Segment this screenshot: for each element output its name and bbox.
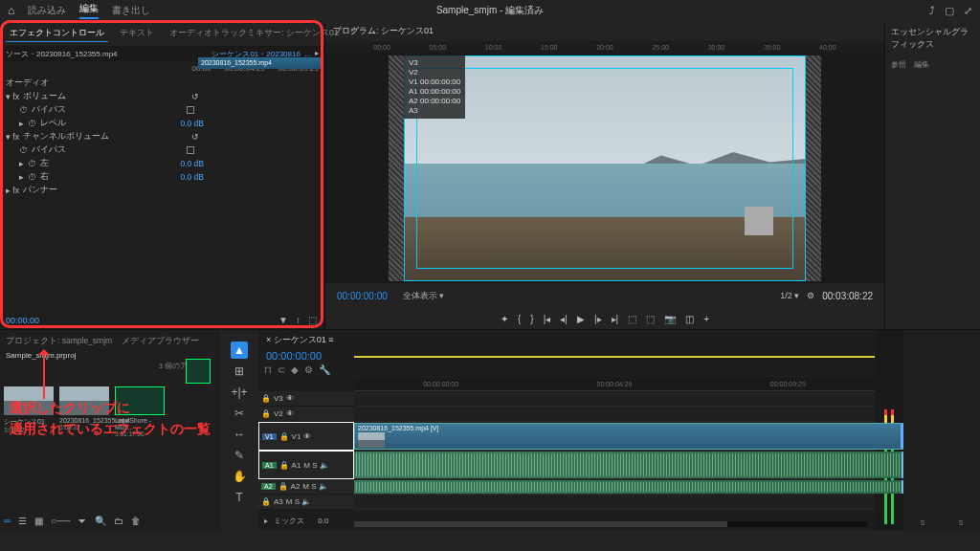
hand-tool-icon[interactable]: ✋ [231, 468, 248, 485]
type-tool-icon[interactable]: T [231, 489, 248, 506]
effect-channel-volume[interactable]: ▾ fx チャンネルボリューム↺ [0, 130, 324, 143]
go-in-icon[interactable]: |◂ [544, 314, 551, 324]
step-fwd-icon[interactable]: |▸ [594, 314, 602, 324]
step-back-icon[interactable]: ◂| [560, 314, 568, 324]
list-view-icon[interactable]: ☰ [18, 516, 27, 526]
sequence-strip[interactable]: 20230816_152355.mp4 [198, 57, 321, 69]
effect-panel-timecode[interactable]: 00:00:00 [6, 316, 39, 325]
workspace-icon[interactable]: ▢ [945, 5, 954, 17]
fullscreen-icon[interactable]: ⤢ [964, 5, 972, 17]
go-out-icon[interactable]: ▸| [612, 314, 619, 324]
tab-program-monitor[interactable]: プログラム: シーケンス01 [333, 26, 434, 35]
lift-icon[interactable]: ⬚ [628, 314, 636, 324]
track-head-v2[interactable]: 🔒 V2 👁 [258, 407, 354, 422]
snap-icon[interactable]: ⊓ [264, 364, 272, 375]
timeline-playhead-tc[interactable]: 00:00:00:00 [266, 350, 322, 362]
freeform-icon[interactable]: ▦ [34, 516, 43, 526]
trash-icon[interactable]: 🗑 [131, 516, 141, 526]
tab-audio-mixer[interactable]: オーディオトラックミキサー: シーケンス01 [166, 25, 343, 42]
filter-icon[interactable]: ▼ [278, 315, 288, 325]
linked-sel-icon[interactable]: ⊂ [278, 364, 285, 375]
tab-project[interactable]: プロジェクト: sample_smjm [6, 336, 112, 345]
track-head-a1[interactable]: A1 🔒 A1 M S 🔈 [258, 451, 354, 479]
razor-tool-icon[interactable]: ✂ [231, 405, 248, 422]
export-frame-icon[interactable]: 📷 [664, 314, 676, 324]
mark-in-icon[interactable]: { [518, 314, 521, 324]
video-clip[interactable]: 20230816_152355.mp4 [V] [354, 423, 909, 450]
export-icon[interactable]: ⬚ [308, 315, 317, 325]
workspace-export[interactable]: 書き出し [112, 4, 150, 17]
lane-v2[interactable] [354, 407, 875, 422]
tab-effect-controls[interactable]: エフェクトコントロール [6, 25, 108, 42]
selection-tool-icon[interactable]: ▲ [231, 342, 248, 359]
solo-right[interactable]: S [959, 519, 964, 526]
sort-icon[interactable]: ↕ [296, 315, 301, 325]
mix-label: ミックス [274, 516, 304, 526]
tab-essential-graphics[interactable]: エッセンシャルグラフィックス [885, 21, 980, 55]
subtab-edit[interactable]: 編集 [914, 59, 929, 70]
lane-a1[interactable] [354, 451, 875, 479]
subtab-browse[interactable]: 参照 [891, 59, 906, 70]
comparison-icon[interactable]: ◫ [685, 314, 694, 324]
project-filename: Sample_smjm.prproj [4, 349, 216, 362]
settings-icon[interactable]: ⚙ [304, 364, 313, 375]
audio-clip-a1[interactable] [354, 452, 909, 478]
pen-tool-icon[interactable]: ✎ [231, 447, 248, 464]
work-area-bar[interactable] [354, 356, 875, 358]
new-bin-icon[interactable]: 🗀 [114, 516, 123, 526]
timeline-ruler[interactable]: 00:00:00:0000:00:04:2900:00:09:29 [354, 378, 875, 391]
extract-icon[interactable]: ⬚ [646, 314, 655, 324]
track-head-v3[interactable]: 🔒 V3 👁 [258, 391, 354, 407]
sort-icon[interactable]: ⏷ [78, 516, 87, 526]
play-icon[interactable]: ▶ [577, 314, 585, 324]
mark-out-icon[interactable]: } [530, 314, 533, 324]
panel-menu-icon[interactable]: » [350, 25, 355, 42]
slip-tool-icon[interactable]: ↔ [231, 426, 248, 443]
effect-volume[interactable]: ▾ fx ボリューム↺ [0, 90, 324, 103]
lane-v3[interactable] [354, 391, 875, 407]
volume-bypass[interactable]: ⏱バイパス [0, 103, 324, 117]
audio-dropzone-icon[interactable] [186, 359, 211, 384]
track-head-a3[interactable]: 🔒 A3 M S 🔈 [258, 495, 354, 510]
audio-panel: S S [903, 330, 980, 530]
resolution-dropdown[interactable]: 1/2 ▾ [780, 291, 799, 300]
zoom-fit-dropdown[interactable]: 全体表示 ▾ [403, 290, 445, 302]
chanvol-bypass[interactable]: ⏱バイパス [0, 143, 324, 157]
program-ruler[interactable]: 00:0005:0010:0015:0020:0025:0030:0035:00… [325, 41, 884, 53]
annotation-arrow [43, 351, 45, 399]
program-monitor-canvas[interactable]: V3V2V1 00:00:00:00A1 00:00:00:00A2 00:00… [404, 55, 806, 281]
share-icon[interactable]: ⤴ [929, 5, 935, 17]
new-item-icon[interactable]: ═ [4, 516, 11, 526]
search-icon[interactable]: 🔍 [95, 516, 106, 526]
settings-icon[interactable]: ⚙ [807, 291, 814, 300]
audio-clip-a2[interactable] [354, 480, 909, 494]
tab-text[interactable]: テキスト [116, 25, 158, 42]
solo-left[interactable]: S [921, 519, 925, 526]
workspace-import[interactable]: 読み込み [28, 4, 66, 17]
home-icon[interactable]: ⌂ [8, 4, 14, 17]
volume-level[interactable]: ▸ ⏱レベル0.0 dB [0, 117, 324, 130]
timeline-scrollbar[interactable] [354, 521, 867, 527]
ripple-tool-icon[interactable]: +|+ [231, 384, 248, 401]
chanvol-left[interactable]: ▸ ⏱左0.0 dB [0, 157, 324, 170]
track-select-tool-icon[interactable]: ⊞ [231, 363, 248, 380]
lane-v1[interactable]: 20230816_152355.mp4 [V] [354, 422, 875, 451]
mix-value[interactable]: 0.0 [318, 517, 328, 525]
workspace-edit[interactable]: 編集 [79, 2, 99, 19]
chanvol-right[interactable]: ▸ ⏱右0.0 dB [0, 170, 324, 184]
marker-icon[interactable]: ◆ [291, 364, 299, 375]
track-head-v1[interactable]: V1 🔒 V1 👁 [258, 422, 354, 451]
track-head-a2[interactable]: A2 🔒 A2 M S 🔈 [258, 479, 354, 495]
tab-media-browser[interactable]: メディアブラウザー [122, 336, 199, 345]
lane-a3[interactable] [354, 495, 875, 510]
zoom-slider[interactable]: ○── [51, 516, 70, 526]
source-clip-name: ソース・20230816_152355.mp4 [6, 49, 212, 59]
effect-panner[interactable]: ▸ fx パンナー [0, 184, 324, 197]
wrench-icon[interactable]: 🔧 [319, 364, 330, 375]
timeline-sequence-name[interactable]: × シーケンス01 ≡ [266, 334, 334, 346]
program-current-tc[interactable]: 00:00:00:00 [337, 291, 388, 301]
plus-icon[interactable]: + [703, 314, 709, 324]
add-marker-icon[interactable]: ✦ [501, 314, 508, 324]
track-overlay: V3V2V1 00:00:00:00A1 00:00:00:00A2 00:00… [404, 55, 465, 119]
lane-a2[interactable] [354, 479, 875, 495]
